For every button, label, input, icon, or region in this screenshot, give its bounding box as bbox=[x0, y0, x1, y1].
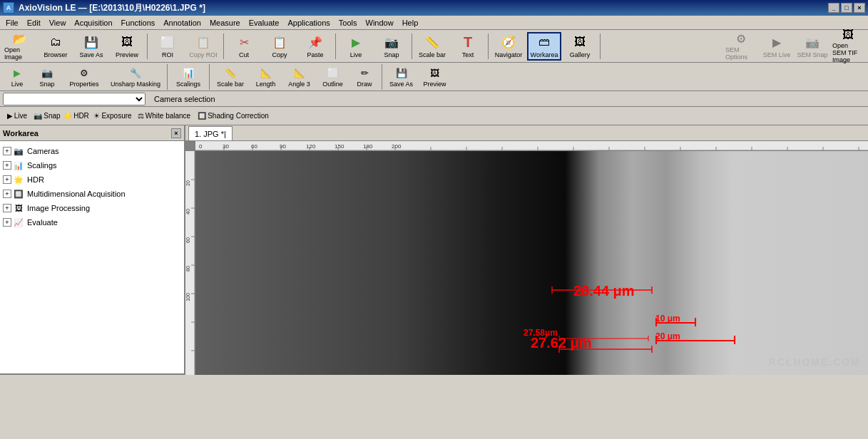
save-as-button[interactable]: 💾 Save As bbox=[74, 32, 108, 61]
cut-button[interactable]: ✂ Cut bbox=[227, 32, 261, 61]
menu-help[interactable]: Help bbox=[398, 17, 423, 29]
tree-evaluate[interactable]: + 📈 Evaluate bbox=[0, 215, 184, 229]
text-label: Text bbox=[462, 51, 474, 58]
hdr-button[interactable]: 🌟 HDR bbox=[63, 108, 90, 124]
tree-hdr[interactable]: + 🌟 HDR bbox=[0, 172, 184, 187]
paste-button[interactable]: 📌 Paste bbox=[298, 32, 332, 61]
live-button[interactable]: ▶ Live bbox=[339, 32, 373, 61]
preview-button[interactable]: 🖼 Preview bbox=[110, 32, 144, 61]
gallery-icon: 🖼 bbox=[571, 33, 588, 51]
tree-multidim[interactable]: + 🔲 Multidimensional Acquisition bbox=[0, 187, 184, 201]
cameras-expand[interactable]: + bbox=[3, 147, 11, 155]
microscope-image[interactable]: 28.44 μm 27.58μm 27.62 μm 10 μm bbox=[195, 151, 868, 375]
workarea-button[interactable]: 🗃 Workarea bbox=[527, 32, 561, 61]
navigator-button[interactable]: 🧭 Navigator bbox=[491, 32, 526, 61]
menu-applications[interactable]: Applications bbox=[283, 17, 334, 29]
outline-icon: ⬜ bbox=[325, 66, 342, 80]
exposure-label: Exposure bbox=[101, 112, 131, 120]
gallery-label: Gallery bbox=[570, 51, 591, 58]
copy-roi-button[interactable]: 📋 Copy ROI bbox=[186, 32, 220, 61]
browser-icon: 🗂 bbox=[47, 33, 64, 51]
gallery-button[interactable]: 🖼 Gallery bbox=[563, 32, 597, 61]
measurement-27-62: 27.62 μm bbox=[531, 335, 592, 351]
menu-edit[interactable]: Edit bbox=[23, 17, 45, 29]
close-button[interactable]: × bbox=[854, 3, 865, 13]
menu-file[interactable]: File bbox=[1, 17, 23, 29]
workarea-close-button[interactable]: × bbox=[171, 128, 181, 138]
angle-3-icon: 📐 bbox=[291, 66, 308, 80]
menu-tools[interactable]: Tools bbox=[335, 17, 362, 29]
svg-text:120: 120 bbox=[306, 143, 316, 150]
svg-text:150: 150 bbox=[335, 143, 344, 150]
canvas-area[interactable]: 0 30 60 90 120 150 180 200 bbox=[185, 141, 868, 375]
scalings-icon: 📊 bbox=[180, 66, 197, 80]
open-image-label: Open Image bbox=[4, 46, 36, 61]
image-tab-1[interactable]: 1. JPG * | bbox=[188, 126, 233, 140]
scalings-expand[interactable]: + bbox=[3, 161, 11, 170]
tab-bar: 1. JPG * | bbox=[185, 125, 868, 141]
menu-annotation[interactable]: Annotation bbox=[159, 17, 205, 29]
outline-button[interactable]: ⬜ Outline bbox=[317, 65, 349, 89]
cameras-label: Cameras bbox=[27, 147, 59, 155]
sem-options-button[interactable]: ⚙ SEM Options bbox=[724, 32, 758, 61]
draw-button[interactable]: ✏ Draw bbox=[350, 65, 379, 89]
live3-button[interactable]: ▶ Live bbox=[3, 108, 31, 124]
menu-evaluate[interactable]: Evaluate bbox=[245, 17, 284, 29]
copy-button[interactable]: 📋 Copy bbox=[262, 32, 297, 61]
scalings-label: Scalings bbox=[27, 161, 57, 170]
workarea-panel-title: Workarea bbox=[3, 129, 39, 138]
live2-button[interactable]: ▶ Live bbox=[3, 65, 31, 89]
evaluate-expand[interactable]: + bbox=[3, 218, 11, 227]
menu-functions[interactable]: Functions bbox=[117, 17, 160, 29]
tab-cursor: | bbox=[224, 130, 226, 138]
white-balance-button[interactable]: ⚖ White balance bbox=[136, 108, 193, 124]
camera-dropdown[interactable] bbox=[3, 93, 145, 105]
roi-label: ROI bbox=[162, 51, 173, 58]
tree-image-processing[interactable]: + 🖼 Image Processing bbox=[0, 201, 184, 215]
exposure-button[interactable]: ☀ Exposure bbox=[91, 108, 134, 124]
menu-window[interactable]: Window bbox=[362, 17, 398, 29]
snap3-button[interactable]: 📷 Snap bbox=[33, 108, 61, 124]
properties-button[interactable]: ⚙ Properties bbox=[63, 65, 106, 89]
hdr-expand[interactable]: + bbox=[3, 175, 11, 184]
shading-correction-button[interactable]: 🔲 Shading Correction bbox=[194, 108, 272, 124]
browser-button[interactable]: 🗂 Browser bbox=[39, 32, 73, 61]
scale-bar-20um-left bbox=[655, 336, 657, 344]
snap-button[interactable]: 📷 Snap bbox=[374, 32, 409, 61]
menu-acquisition[interactable]: Acquisition bbox=[70, 17, 116, 29]
tree-cameras[interactable]: + 📷 Cameras bbox=[0, 144, 184, 158]
open-image-button[interactable]: 📂 Open Image bbox=[3, 32, 37, 61]
angle-3-button[interactable]: 📐 Angle 3 bbox=[283, 65, 315, 89]
paste-label: Paste bbox=[307, 51, 323, 58]
menu-view[interactable]: View bbox=[45, 17, 71, 29]
properties-label: Properties bbox=[69, 81, 98, 88]
multidim-expand[interactable]: + bbox=[3, 190, 11, 198]
image-processing-expand[interactable]: + bbox=[3, 204, 11, 212]
text-button[interactable]: T Text bbox=[451, 32, 485, 61]
open-folder-icon: 📂 bbox=[11, 32, 29, 46]
length-button[interactable]: 📐 Length bbox=[250, 65, 282, 89]
svg-text:200: 200 bbox=[392, 143, 402, 150]
scalings-button[interactable]: 📊 Scalings bbox=[170, 65, 206, 89]
minimize-button[interactable]: _ bbox=[828, 3, 839, 13]
save-as2-button[interactable]: 💾 Save As bbox=[385, 65, 417, 89]
cut-icon: ✂ bbox=[235, 33, 252, 51]
roi-button[interactable]: ⬜ ROI bbox=[150, 32, 185, 61]
sem-live-button[interactable]: ▶ SEM Live bbox=[760, 32, 794, 61]
menu-measure[interactable]: Measure bbox=[205, 17, 245, 29]
separator-5 bbox=[488, 33, 489, 59]
unsharp-masking-button[interactable]: 🔧 Unsharp Masking bbox=[107, 65, 164, 89]
snap2-button[interactable]: 📷 Snap bbox=[33, 65, 61, 89]
scale-bar2-button[interactable]: 📏 Scale bar bbox=[213, 65, 248, 89]
sem-snap-button[interactable]: 📷 SEM Snap bbox=[795, 32, 829, 61]
scale-bar-button[interactable]: 📏 Scale bar bbox=[415, 32, 449, 61]
draw-icon: ✏ bbox=[356, 66, 373, 80]
preview2-button[interactable]: 🖼 Preview bbox=[419, 65, 451, 89]
maximize-button[interactable]: □ bbox=[841, 3, 852, 13]
tree-scalings[interactable]: + 📊 Scalings bbox=[0, 158, 184, 172]
save-icon: 💾 bbox=[83, 33, 100, 51]
open-sem-tif-button[interactable]: 🖼 Open SEM TIF Image bbox=[831, 32, 865, 61]
ruler-left: 20 40 60 80 100 bbox=[185, 151, 195, 375]
svg-text:80: 80 bbox=[185, 266, 190, 272]
paste-icon: 📌 bbox=[307, 33, 324, 51]
